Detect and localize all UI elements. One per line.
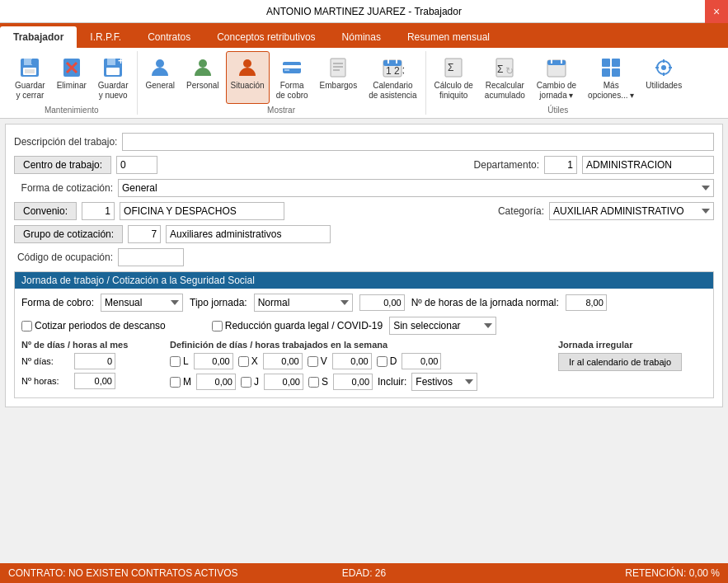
row-convenio-categoria: Convenio: Categoría: AUXILIAR ADMINISTRA… bbox=[14, 202, 714, 220]
forma-cobro-icon bbox=[279, 54, 305, 81]
tab-trabajador[interactable]: Trabajador bbox=[0, 26, 77, 48]
save-new-icon: + bbox=[100, 54, 126, 81]
svg-rect-16 bbox=[283, 65, 301, 68]
btn-personal[interactable]: Personal bbox=[181, 51, 223, 104]
input-x[interactable] bbox=[263, 353, 303, 369]
input-num-horas-mes[interactable] bbox=[74, 373, 115, 389]
btn-forma-cobro[interactable]: Formade cobro bbox=[271, 51, 313, 104]
btn-calculo-label: Cálculo definiquito bbox=[434, 81, 473, 101]
label-num-dias: Nº días: bbox=[21, 356, 71, 366]
select-reduccion[interactable]: Sin seleccionar bbox=[389, 317, 496, 335]
check-cotizar[interactable] bbox=[21, 321, 32, 331]
btn-situacion[interactable]: Situación bbox=[226, 51, 270, 104]
svg-rect-1 bbox=[24, 59, 32, 65]
check-reduccion-label: Reducción guarda legal / COVID-19 bbox=[212, 320, 383, 331]
jornada-body: Forma de cobro: Mensual Tipo jornada: No… bbox=[15, 289, 713, 397]
tab-irpf[interactable]: I.R.P.F. bbox=[77, 26, 134, 48]
check-s[interactable] bbox=[308, 377, 319, 388]
btn-grupo-cotizacion[interactable]: Grupo de cotización: bbox=[14, 225, 123, 243]
input-horas[interactable] bbox=[359, 294, 405, 311]
btn-calendario[interactable]: 1 2 3 Calendariode asistencia bbox=[364, 51, 421, 104]
check-x-label: X bbox=[238, 355, 258, 367]
input-l[interactable] bbox=[194, 353, 233, 369]
tab-contratos[interactable]: Contratos bbox=[134, 26, 204, 48]
input-v[interactable] bbox=[332, 353, 372, 369]
row-forma-cotizacion: Forma de cotización: General bbox=[14, 179, 714, 197]
input-convenio-num[interactable] bbox=[82, 202, 115, 220]
input-descripcion[interactable] bbox=[122, 133, 714, 151]
btn-eliminar[interactable]: Eliminar bbox=[52, 51, 92, 104]
btn-embargos[interactable]: Embargos bbox=[315, 51, 363, 104]
svg-rect-9 bbox=[107, 59, 115, 65]
select-forma-cobro[interactable]: Mensual bbox=[101, 294, 183, 312]
select-forma-cotizacion[interactable]: General bbox=[118, 179, 714, 197]
input-d[interactable] bbox=[402, 353, 441, 369]
toolbar: Guardary cerrar Eliminar bbox=[0, 48, 728, 119]
main-content: Descripción del trabajo: Centro de traba… bbox=[5, 124, 723, 407]
select-incluir[interactable]: Festivos bbox=[411, 373, 477, 391]
title-bar: ANTONIO MARTINEZ JUAREZ - Trabajador × bbox=[0, 0, 728, 23]
check-m-label: M bbox=[170, 376, 191, 388]
check-reduccion[interactable] bbox=[212, 321, 223, 331]
dias-mes-title: Nº de días / horas al mes bbox=[21, 340, 153, 350]
check-l[interactable] bbox=[170, 356, 181, 367]
btn-guardar-nuevo[interactable]: + Guardary nuevo bbox=[93, 51, 134, 104]
check-x[interactable] bbox=[238, 356, 249, 367]
input-j[interactable] bbox=[264, 374, 303, 390]
check-j[interactable] bbox=[241, 377, 251, 388]
svg-point-14 bbox=[243, 59, 251, 68]
btn-mas-opciones[interactable]: Másopciones... ▾ bbox=[583, 51, 639, 104]
check-l-label: L bbox=[170, 355, 189, 367]
input-departamento-num[interactable] bbox=[544, 156, 577, 174]
btn-guardar-cerrar-label: Guardary cerrar bbox=[15, 81, 45, 101]
btn-convenio[interactable]: Convenio: bbox=[14, 202, 77, 220]
input-centro-trabajo[interactable] bbox=[116, 156, 157, 174]
svg-rect-10 bbox=[106, 68, 120, 75]
check-v[interactable] bbox=[308, 356, 318, 367]
btn-utilidades[interactable]: Utilidades bbox=[641, 51, 687, 104]
input-grupo-name[interactable] bbox=[166, 225, 331, 243]
jornada-section: Jornada de trabajo / Cotización a la Seg… bbox=[14, 271, 714, 398]
svg-rect-3 bbox=[25, 69, 35, 73]
input-horas-jornada[interactable] bbox=[566, 294, 607, 311]
label-tipo-jornada: Tipo jornada: bbox=[190, 297, 247, 308]
btn-centro-trabajo[interactable]: Centro de trabajo: bbox=[14, 156, 111, 174]
btn-ir-calendario[interactable]: Ir al calendario de trabajo bbox=[558, 353, 682, 371]
tab-conceptos[interactable]: Conceptos retributivos bbox=[204, 26, 328, 48]
tab-nominas[interactable]: Nóminas bbox=[329, 26, 394, 48]
tab-resumen[interactable]: Resumen mensual bbox=[394, 26, 503, 48]
input-codigo-ocupacion[interactable] bbox=[118, 248, 184, 266]
btn-guardar-cerrar[interactable]: Guardary cerrar bbox=[10, 51, 50, 104]
check-d[interactable] bbox=[377, 356, 387, 367]
sin-seleccionar-combo: Sin seleccionar bbox=[389, 317, 496, 335]
select-categoria[interactable]: AUXILIAR ADMINISTRATIVO bbox=[549, 202, 714, 220]
save-close-icon bbox=[16, 54, 43, 81]
svg-text:Σ: Σ bbox=[497, 63, 503, 75]
col-jornada-irregular: Jornada irregular Ir al calendario de tr… bbox=[558, 340, 707, 393]
svg-rect-39 bbox=[612, 68, 620, 77]
input-grupo-num[interactable] bbox=[128, 225, 161, 243]
input-m[interactable] bbox=[196, 374, 236, 390]
svg-rect-38 bbox=[602, 68, 610, 77]
label-num-horas: Nº horas: bbox=[21, 376, 71, 386]
check-v-label: V bbox=[308, 355, 327, 367]
input-convenio-name[interactable] bbox=[120, 202, 284, 220]
select-tipo-jornada[interactable]: Normal bbox=[254, 294, 353, 312]
btn-recalcular[interactable]: Σ↻ Recalcularacumulado bbox=[480, 51, 530, 104]
toolbar-group-mantenimiento: Guardary cerrar Eliminar bbox=[7, 51, 138, 115]
input-departamento-name[interactable] bbox=[582, 156, 714, 174]
btn-calculo-finiquito[interactable]: Σ Cálculo definiquito bbox=[430, 51, 478, 104]
input-num-dias[interactable] bbox=[74, 353, 115, 369]
status-contrato: CONTRATO: NO EXISTEN CONTRATOS ACTIVOS bbox=[8, 567, 246, 579]
btn-general[interactable]: General bbox=[141, 51, 181, 104]
check-m[interactable] bbox=[170, 377, 181, 388]
tab-bar: Trabajador I.R.P.F. Contratos Conceptos … bbox=[0, 23, 728, 48]
days-section: Nº de días / horas al mes Nº días: Nº ho… bbox=[21, 340, 707, 393]
svg-text:1 2 3: 1 2 3 bbox=[386, 65, 404, 77]
input-s[interactable] bbox=[333, 374, 373, 390]
close-button[interactable]: × bbox=[705, 0, 728, 23]
status-retencion: RETENCIÓN: 0,00 % bbox=[482, 567, 720, 579]
status-edad: EDAD: 26 bbox=[246, 567, 483, 579]
btn-cambio-jornada[interactable]: Cambio dejornada ▾ bbox=[532, 51, 581, 104]
btn-embargos-label: Embargos bbox=[320, 81, 358, 91]
